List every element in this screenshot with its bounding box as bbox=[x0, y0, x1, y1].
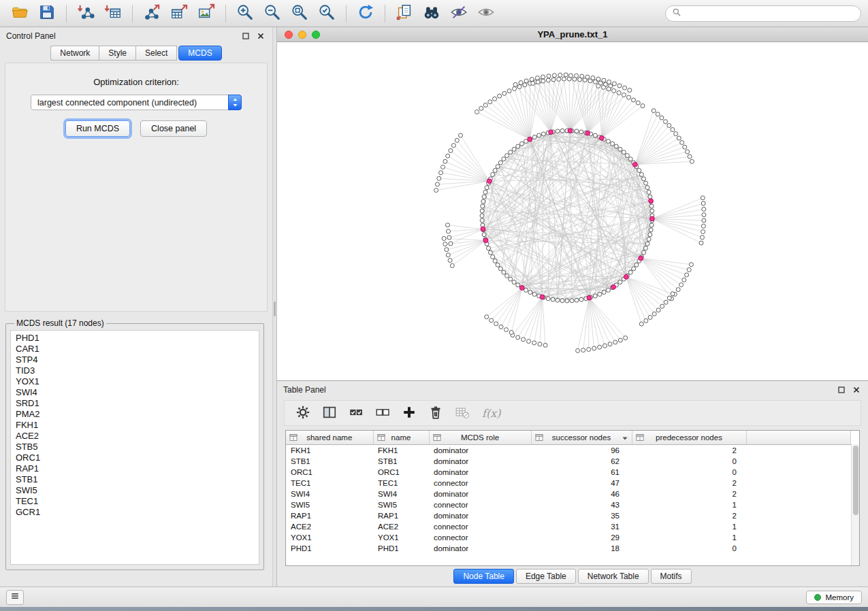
zoom-fit-button[interactable] bbox=[287, 3, 312, 24]
import-network-button[interactable] bbox=[73, 3, 99, 24]
mcds-tab-content: Optimization criterion: largest connecte… bbox=[5, 63, 268, 312]
cell-name: SWI4 bbox=[373, 489, 429, 499]
window-minimize-button[interactable] bbox=[298, 31, 306, 39]
table-row[interactable]: SWI4SWI4dominator462 bbox=[286, 489, 851, 499]
import-table-icon bbox=[104, 3, 122, 23]
zoom-in-button[interactable] bbox=[232, 3, 258, 24]
zoom-out-button[interactable] bbox=[259, 3, 285, 24]
mcds-result-item[interactable]: RAP1 bbox=[16, 463, 254, 474]
show-all-button[interactable] bbox=[473, 3, 499, 24]
export-image-button[interactable] bbox=[193, 3, 219, 24]
zoom-selected-button[interactable] bbox=[314, 3, 340, 24]
mcds-result-item[interactable]: CAR1 bbox=[16, 344, 254, 354]
float-table-panel-icon[interactable] bbox=[835, 384, 847, 395]
criterion-dropdown[interactable]: largest connected component (undirected) bbox=[31, 95, 242, 110]
column-header-shared-name[interactable]: shared name bbox=[286, 431, 373, 444]
deselect-all-button[interactable] bbox=[373, 403, 392, 423]
window-zoom-button[interactable] bbox=[312, 31, 320, 39]
mcds-result-item[interactable]: YOX1 bbox=[16, 376, 254, 387]
table-scrollbar[interactable] bbox=[851, 444, 859, 565]
toolbar-separator bbox=[346, 5, 347, 22]
table-row[interactable]: TEC1TEC1connector472 bbox=[286, 478, 851, 489]
hide-selected-button[interactable] bbox=[446, 3, 472, 24]
mcds-result-list[interactable]: PHD1 CAR1 STP4 TID3 YOX1 SWI4 SRD1 PMA2 … bbox=[10, 330, 259, 565]
cell-shared-name: FKH1 bbox=[286, 444, 373, 456]
mcds-result-item[interactable]: SWI5 bbox=[16, 485, 254, 496]
close-panel-icon[interactable] bbox=[255, 31, 266, 42]
float-panel-icon[interactable] bbox=[240, 31, 251, 42]
tab-motifs[interactable]: Motifs bbox=[651, 569, 692, 584]
window-close-button[interactable] bbox=[285, 31, 293, 39]
mcds-result-item[interactable]: PHD1 bbox=[16, 333, 254, 344]
mcds-result-item[interactable]: ORC1 bbox=[16, 452, 254, 463]
table-row[interactable]: ACE2ACE2connector311 bbox=[286, 521, 851, 532]
column-header-mcds-role[interactable]: MCDS role bbox=[429, 431, 531, 444]
column-header-predecessor-nodes[interactable]: predecessor nodes bbox=[632, 431, 746, 444]
import-table-button[interactable] bbox=[100, 3, 126, 24]
memory-button[interactable]: Memory bbox=[806, 591, 862, 604]
splitter-handle[interactable] bbox=[274, 301, 276, 316]
tab-node-table[interactable]: Node Table bbox=[453, 569, 514, 584]
cell-mcds-role: connector bbox=[429, 532, 531, 543]
table-row[interactable]: YOX1YOX1connector291 bbox=[286, 532, 851, 543]
find-button[interactable] bbox=[419, 3, 445, 24]
mcds-result-item[interactable]: GCR1 bbox=[16, 507, 254, 518]
mcds-result-item[interactable]: SWI4 bbox=[16, 387, 254, 398]
column-options-icon bbox=[289, 433, 298, 442]
tab-style[interactable]: Style bbox=[99, 46, 135, 61]
network-canvas[interactable] bbox=[277, 42, 868, 380]
scrollbar-thumb[interactable] bbox=[853, 446, 858, 515]
tab-edge-table[interactable]: Edge Table bbox=[516, 569, 576, 584]
toolbar-search[interactable] bbox=[665, 5, 861, 22]
table-row[interactable]: PHD1PHD1dominator180 bbox=[286, 543, 851, 554]
column-label: shared name bbox=[306, 433, 352, 442]
cell-predecessor-nodes: 1 bbox=[632, 532, 746, 543]
apply-layout-button[interactable] bbox=[353, 3, 379, 24]
tab-network[interactable]: Network bbox=[50, 46, 99, 61]
mcds-result-item[interactable]: PMA2 bbox=[16, 409, 254, 420]
cell-successor-nodes: 35 bbox=[531, 510, 632, 521]
export-network-button[interactable] bbox=[139, 3, 165, 24]
mcds-result-item[interactable]: STB5 bbox=[16, 442, 254, 452]
mcds-result-item[interactable]: STP4 bbox=[16, 354, 254, 365]
panel-splitter[interactable] bbox=[272, 27, 277, 587]
run-mcds-button[interactable]: Run MCDS bbox=[65, 120, 130, 137]
close-table-panel-icon[interactable] bbox=[850, 384, 862, 395]
function-builder-button[interactable]: f(x) bbox=[482, 407, 500, 420]
column-visibility-button[interactable] bbox=[320, 403, 339, 423]
close-panel-button[interactable]: Close panel bbox=[140, 120, 207, 137]
status-menu-button[interactable] bbox=[6, 590, 24, 605]
delete-column-button[interactable] bbox=[426, 403, 445, 423]
mcds-result-item[interactable]: ACE2 bbox=[16, 431, 254, 442]
column-header-name[interactable]: name bbox=[373, 431, 429, 444]
control-panel-title: Control Panel bbox=[6, 31, 56, 41]
window-controls bbox=[285, 31, 320, 39]
export-table-button[interactable] bbox=[166, 3, 192, 24]
tab-mcds[interactable]: MCDS bbox=[178, 46, 221, 61]
delete-table-button[interactable] bbox=[453, 403, 472, 423]
table-row[interactable]: FKH1FKH1dominator962 bbox=[286, 444, 851, 456]
tab-select[interactable]: Select bbox=[135, 46, 177, 61]
save-session-button[interactable] bbox=[34, 3, 60, 24]
open-session-button[interactable] bbox=[7, 3, 33, 24]
column-header-successor-nodes[interactable]: successor nodes bbox=[531, 431, 632, 444]
table-row[interactable]: SWI5SWI5connector431 bbox=[286, 499, 851, 510]
clone-network-button[interactable] bbox=[391, 3, 417, 24]
table-row[interactable]: ORC1ORC1dominator610 bbox=[286, 467, 851, 478]
mcds-result-item[interactable]: FKH1 bbox=[16, 420, 254, 431]
table-settings-button[interactable] bbox=[293, 403, 312, 423]
mcds-result-item[interactable]: TID3 bbox=[16, 365, 254, 376]
mcds-result-item[interactable]: TEC1 bbox=[16, 496, 254, 507]
tab-network-table[interactable]: Network Table bbox=[578, 569, 649, 584]
select-all-button[interactable] bbox=[347, 403, 366, 423]
new-column-button[interactable] bbox=[400, 403, 419, 423]
binoculars-icon bbox=[423, 3, 440, 23]
table-row[interactable]: RAP1RAP1dominator352 bbox=[286, 510, 851, 521]
save-icon bbox=[38, 3, 56, 23]
refresh-layout-icon bbox=[357, 3, 374, 23]
mcds-result-item[interactable]: STB1 bbox=[16, 474, 254, 485]
search-input[interactable] bbox=[686, 9, 854, 18]
table-row[interactable]: STB1STB1dominator620 bbox=[286, 456, 851, 467]
cell-predecessor-nodes: 0 bbox=[632, 543, 746, 554]
mcds-result-item[interactable]: SRD1 bbox=[16, 398, 254, 409]
